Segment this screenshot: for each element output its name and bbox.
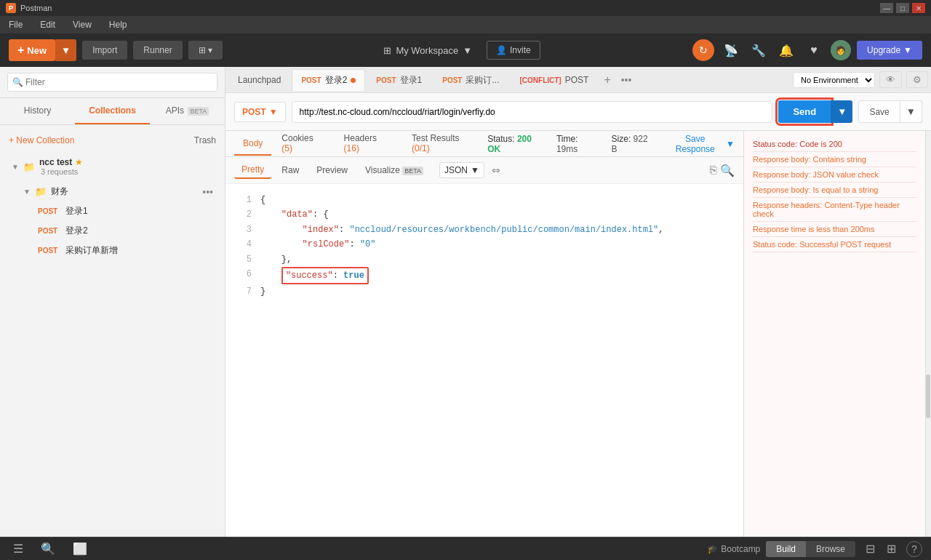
filter-input[interactable] (7, 73, 217, 92)
upgrade-button[interactable]: Upgrade ▼ (857, 41, 922, 60)
bell-icon-btn[interactable]: 🔔 (775, 39, 797, 61)
tab-dot (351, 78, 356, 83)
response-tab-tests[interactable]: Test Results (0/1) (403, 131, 486, 161)
search-response-button[interactable]: 🔍 (720, 164, 735, 177)
heart-icon-btn[interactable]: ♥ (803, 39, 825, 61)
format-tab-pretty[interactable]: Pretty (234, 161, 271, 179)
proxy-button[interactable]: ⊞ ▾ (188, 41, 223, 60)
search-bottom-btn[interactable]: 🔍 (36, 540, 60, 557)
layout-btn-1[interactable]: ⊟ (861, 540, 879, 557)
new-collection-button[interactable]: + New Collection (9, 135, 74, 145)
save-button[interactable]: Save (858, 100, 900, 123)
workspace-button[interactable]: ⊞ My Workspace ▼ (375, 41, 481, 60)
menu-file[interactable]: File (6, 18, 25, 31)
minimize-btn[interactable]: — (880, 3, 893, 13)
folder-more-btn[interactable]: ••• (202, 186, 213, 198)
format-tab-visualize[interactable]: Visualize BETA (358, 162, 431, 178)
tab-apis[interactable]: APIs BETA (150, 98, 225, 124)
copy-button[interactable]: ⎘ (710, 164, 717, 177)
eye-button[interactable]: 👁 (879, 71, 902, 88)
new-button[interactable]: + New (9, 39, 55, 61)
folder-header[interactable]: ▼ 📁 财务 ••• (17, 182, 219, 201)
bootcamp-label: Bootcamp (721, 544, 760, 554)
workspace-grid-icon: ⊞ (383, 45, 391, 56)
tab-launchpad[interactable]: Launchpad (228, 70, 290, 89)
close-btn[interactable]: ✕ (912, 3, 925, 13)
upgrade-chevron: ▼ (903, 45, 912, 55)
invite-button[interactable]: 👤 Invite (487, 41, 540, 60)
tab-more-button[interactable]: ••• (617, 73, 636, 87)
request-item-login2[interactable]: POST 登录2 (17, 221, 219, 241)
terminal-btn[interactable]: ⬜ (68, 540, 92, 557)
help-button[interactable]: ? (906, 541, 922, 557)
build-tab[interactable]: Build (766, 541, 806, 557)
sync-button[interactable]: ↻ (692, 39, 714, 61)
import-button[interactable]: Import (82, 41, 127, 60)
layout-btn-2[interactable]: ⊞ (882, 540, 900, 557)
tab-post-login1[interactable]: POST 登录1 (367, 69, 431, 91)
test-item-7: Status code: Successful POST request (753, 237, 916, 252)
menu-view[interactable]: View (70, 18, 95, 31)
send-button[interactable]: Send (778, 100, 831, 123)
environment-select[interactable]: No Environment (793, 72, 875, 88)
method-select[interactable]: POST ▼ (234, 102, 286, 122)
request-bar: POST ▼ Send ▼ Save ▼ (225, 93, 931, 131)
visualize-beta: BETA (402, 167, 423, 175)
tab-post-login2[interactable]: POST 登录2 (292, 69, 365, 91)
wrap-lines-button[interactable]: ⇔ (487, 162, 505, 178)
headers-count: (16) (344, 143, 359, 153)
format-select[interactable]: JSON ▼ (439, 162, 484, 178)
save-response-button[interactable]: Save Response ▼ (666, 134, 735, 154)
sidebar-toggle-btn[interactable]: ☰ (9, 540, 28, 557)
method-tag-post1: POST (376, 76, 396, 84)
apis-beta-badge: BETA (188, 107, 209, 116)
menu-edit[interactable]: Edit (37, 18, 58, 31)
bottom-right: 🎓 Bootcamp Build Browse ⊟ ⊞ ? (707, 540, 922, 557)
collection-header[interactable]: ▼ 📁 ncc test ★ 3 requests (6, 153, 219, 180)
tab-history[interactable]: History (0, 98, 75, 124)
method-badge-post2: POST (38, 227, 60, 235)
url-input[interactable] (292, 101, 773, 123)
menu-help[interactable]: Help (106, 18, 130, 31)
right-panel: Status code: Code is 200 Response body: … (743, 131, 925, 537)
test-item-2: Response body: Contains string (753, 152, 916, 167)
send-button-wrapper: Send ▼ (778, 100, 852, 123)
satellite-icon-btn[interactable]: 📡 (720, 39, 742, 61)
two-pane: Body Cookies (5) Headers (16) Test Resul… (225, 131, 931, 537)
collection-item: ▼ 📁 ncc test ★ 3 requests ▼ 📁 财务 (0, 150, 225, 265)
trash-button[interactable]: Trash (194, 135, 216, 145)
add-tab-button[interactable]: + (599, 72, 615, 88)
success-highlight: "success": true (281, 267, 369, 284)
new-dropdown-btn[interactable]: ▼ (55, 39, 76, 61)
method-tag-post: POST (301, 76, 321, 84)
tab-collections[interactable]: Collections (75, 98, 150, 124)
format-tab-raw[interactable]: Raw (274, 162, 306, 178)
runner-button[interactable]: Runner (133, 41, 182, 60)
tools-icon-btn[interactable]: 🔧 (748, 39, 770, 61)
app-icon: P (6, 3, 16, 13)
scrollbar-thumb[interactable] (926, 375, 930, 418)
avatar[interactable]: 🧑 (831, 40, 851, 60)
title-bar: P Postman — □ ✕ (0, 0, 931, 16)
scrollbar-right[interactable] (925, 131, 931, 537)
response-tab-body[interactable]: Body (234, 132, 271, 156)
settings-button[interactable]: ⚙ (906, 71, 928, 88)
format-tab-preview[interactable]: Preview (309, 162, 355, 178)
tab-post-order[interactable]: POST 采购订... (433, 69, 508, 91)
window-controls[interactable]: — □ ✕ (880, 3, 925, 13)
response-tab-cookies[interactable]: Cookies (5) (273, 131, 333, 161)
request-item-login1[interactable]: POST 登录1 (17, 201, 219, 221)
bottom-bar: ☰ 🔍 ⬜ 🎓 Bootcamp Build Browse ⊟ ⊞ ? (0, 537, 931, 560)
method-badge-post: POST (38, 207, 60, 215)
format-chevron: ▼ (471, 165, 479, 175)
test-item-5: Response headers: Content-Type header ch… (753, 198, 916, 222)
browse-tab[interactable]: Browse (806, 541, 855, 557)
response-tab-headers[interactable]: Headers (16) (335, 131, 402, 161)
tab-conflict[interactable]: [CONFLICT] POST (510, 70, 598, 89)
expand-icon: ▼ (12, 163, 19, 171)
maximize-btn[interactable]: □ (896, 3, 909, 13)
save-dropdown-button[interactable]: ▼ (900, 100, 922, 123)
request-item-order[interactable]: POST 采购订单新增 (17, 241, 219, 260)
bootcamp-button[interactable]: 🎓 Bootcamp (707, 544, 760, 554)
send-dropdown-button[interactable]: ▼ (831, 100, 852, 123)
